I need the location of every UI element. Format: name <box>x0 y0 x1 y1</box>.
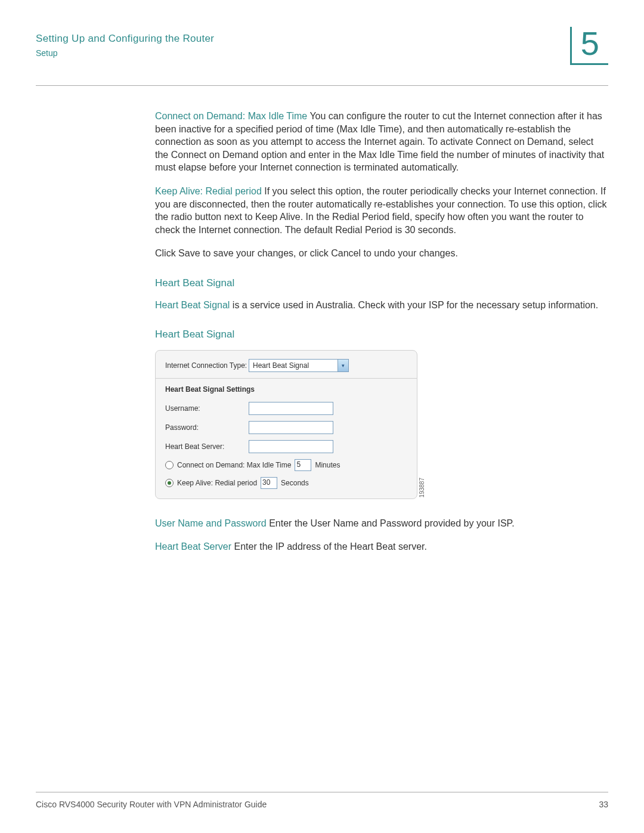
footer-page-number: 33 <box>599 800 608 809</box>
panel-subheading: Heart Beat Signal Settings <box>165 385 407 394</box>
label-keep-alive: Keep Alive: Redial period <box>155 186 262 196</box>
row-connection-type: Internet Connection Type: Heart Beat Sig… <box>165 359 407 372</box>
header-rule <box>36 85 608 86</box>
select-connection-type[interactable]: Heart Beat Signal ▾ <box>249 359 349 372</box>
section-heading-heart-beat-2: Heart Beat Signal <box>155 328 608 342</box>
figure-id: 193887 <box>418 478 426 497</box>
label-heart-beat-signal: Heart Beat Signal <box>155 300 230 310</box>
paragraph-username-password: User Name and Password Enter the User Na… <box>155 517 608 530</box>
input-username[interactable] <box>249 402 333 415</box>
header-title: Setting Up and Configuring the Router <box>36 33 608 45</box>
row-connect-on-demand: Connect on Demand: Max Idle Time 5 Minut… <box>165 459 407 471</box>
paragraph-heart-beat-desc: Heart Beat Signal is a service used in A… <box>155 299 608 312</box>
label-ka-unit: Seconds <box>281 478 309 488</box>
section-heading-heart-beat: Heart Beat Signal <box>155 277 608 290</box>
chapter-number: 5 <box>570 27 608 65</box>
label-cod-unit: Minutes <box>315 460 340 470</box>
paragraph-keep-alive: Keep Alive: Redial period If you select … <box>155 185 608 236</box>
input-max-idle-time[interactable]: 5 <box>295 459 311 471</box>
row-keep-alive: Keep Alive: Redial period 30 Seconds <box>165 477 407 489</box>
label-connection-type: Internet Connection Type: <box>165 361 249 370</box>
panel-divider <box>156 378 417 379</box>
row-username: Username: <box>165 402 407 415</box>
label-username-password: User Name and Password <box>155 518 267 528</box>
row-heart-beat-server: Heart Beat Server: <box>165 440 407 453</box>
label-connect-on-demand: Connect on Demand: Max Idle Time <box>155 111 307 121</box>
paragraph-heart-beat-server: Heart Beat Server Enter the IP address o… <box>155 540 608 553</box>
footer-title: Cisco RVS4000 Security Router with VPN A… <box>36 800 267 809</box>
text-heart-beat-server: Enter the IP address of the Heart Beat s… <box>231 541 427 552</box>
text-heart-beat-signal: is a service used in Australia. Check wi… <box>230 300 598 310</box>
radio-connect-on-demand[interactable] <box>165 461 174 469</box>
body-content: Connect on Demand: Max Idle Time You can… <box>155 110 608 553</box>
settings-panel: Internet Connection Type: Heart Beat Sig… <box>155 350 417 498</box>
input-password[interactable] <box>249 421 333 434</box>
select-connection-type-value: Heart Beat Signal <box>253 361 309 370</box>
figure-heart-beat-panel: Internet Connection Type: Heart Beat Sig… <box>155 350 417 498</box>
paragraph-connect-on-demand: Connect on Demand: Max Idle Time You can… <box>155 110 608 174</box>
label-cod-option: Connect on Demand: Max Idle Time <box>177 460 291 470</box>
radio-keep-alive[interactable] <box>165 479 174 487</box>
label-username: Username: <box>165 404 249 413</box>
row-password: Password: <box>165 421 407 434</box>
chevron-down-icon: ▾ <box>338 360 348 371</box>
paragraph-save-note: Click Save to save your changes, or clic… <box>155 247 608 260</box>
page-header: Setting Up and Configuring the Router Se… <box>36 33 608 75</box>
page-footer: Cisco RVS4000 Security Router with VPN A… <box>36 792 608 809</box>
label-heart-beat-server: Heart Beat Server: <box>165 442 249 451</box>
input-heart-beat-server[interactable] <box>249 440 333 453</box>
label-password: Password: <box>165 423 249 432</box>
label-ka-option: Keep Alive: Redial period <box>177 478 257 488</box>
header-subtitle: Setup <box>36 48 608 58</box>
label-heart-beat-server-text: Heart Beat Server <box>155 541 231 552</box>
input-redial-period[interactable]: 30 <box>261 477 277 489</box>
text-username-password: Enter the User Name and Password provide… <box>267 518 515 528</box>
